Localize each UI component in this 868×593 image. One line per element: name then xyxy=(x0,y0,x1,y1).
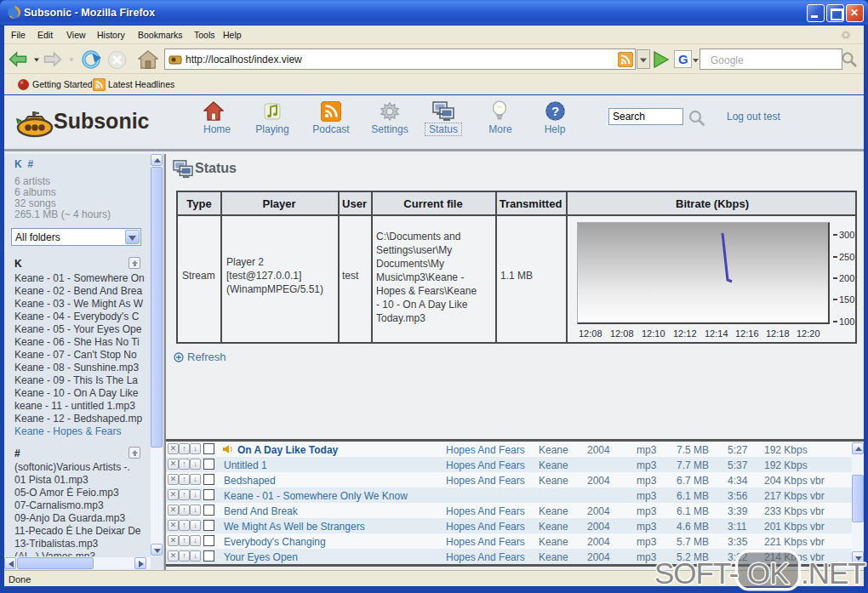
svg-text:SOFT-: SOFT- xyxy=(654,556,738,590)
svg-text:OK: OK xyxy=(747,556,789,590)
svg-text:.NET: .NET xyxy=(801,556,865,590)
svg-text:?: ? xyxy=(551,104,559,118)
